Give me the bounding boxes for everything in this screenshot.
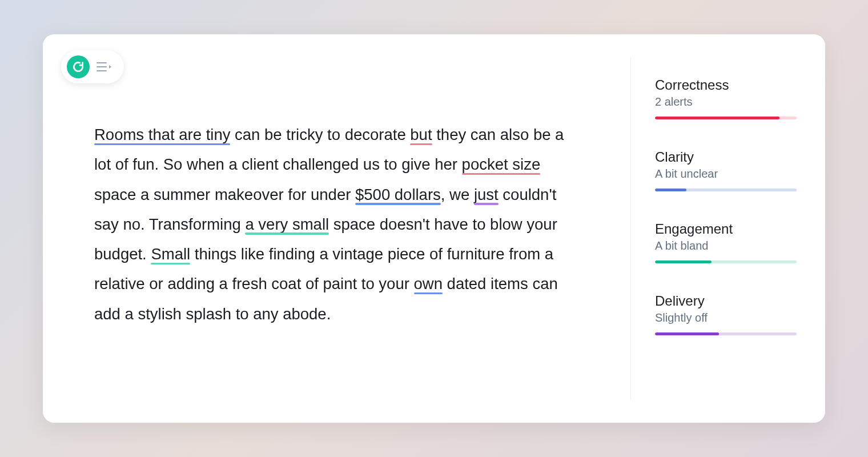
metric-correctness[interactable]: Correctness2 alerts xyxy=(655,77,797,119)
editor-text[interactable]: Rooms that are tiny can be tricky to dec… xyxy=(94,120,568,329)
metric-progress-bar xyxy=(655,332,797,335)
highlighted-phrase[interactable]: pocket size xyxy=(462,155,541,173)
metric-progress-bar xyxy=(655,117,797,119)
metric-subtitle: 2 alerts xyxy=(655,95,797,109)
sidebar-toggle-icon[interactable] xyxy=(95,58,114,76)
highlighted-phrase[interactable]: Rooms that are tiny xyxy=(94,126,230,143)
text-run: space a summer makeover for under xyxy=(94,186,355,203)
grammarly-logo-icon[interactable] xyxy=(67,55,90,78)
highlighted-phrase[interactable]: but xyxy=(410,126,432,143)
metric-subtitle: A bit unclear xyxy=(655,167,797,181)
feedback-sidebar: Correctness2 alertsClarityA bit unclearE… xyxy=(631,34,825,423)
highlighted-phrase[interactable]: own xyxy=(414,275,443,292)
metric-title: Clarity xyxy=(655,149,797,165)
metric-progress-bar xyxy=(655,189,797,191)
editor-card: Rooms that are tiny can be tricky to dec… xyxy=(43,34,825,423)
metric-progress-bar xyxy=(655,260,797,263)
toolbar-pill xyxy=(61,50,124,83)
metric-title: Correctness xyxy=(655,77,797,93)
metric-engagement[interactable]: EngagementA bit bland xyxy=(655,221,797,263)
highlighted-phrase[interactable]: just xyxy=(474,186,499,203)
text-run: can be tricky to decorate xyxy=(230,126,410,143)
highlighted-phrase[interactable]: a very small xyxy=(245,215,329,233)
metric-subtitle: A bit bland xyxy=(655,239,797,252)
highlighted-phrase[interactable]: $500 dollars xyxy=(355,186,441,203)
editor-pane: Rooms that are tiny can be tricky to dec… xyxy=(43,34,630,423)
metric-title: Engagement xyxy=(655,221,797,237)
highlighted-phrase[interactable]: Small xyxy=(151,245,190,263)
metric-delivery[interactable]: DeliverySlightly off xyxy=(655,293,797,335)
metric-clarity[interactable]: ClarityA bit unclear xyxy=(655,149,797,191)
text-run: , we xyxy=(441,186,474,203)
metric-subtitle: Slightly off xyxy=(655,311,797,324)
metric-title: Delivery xyxy=(655,293,797,309)
